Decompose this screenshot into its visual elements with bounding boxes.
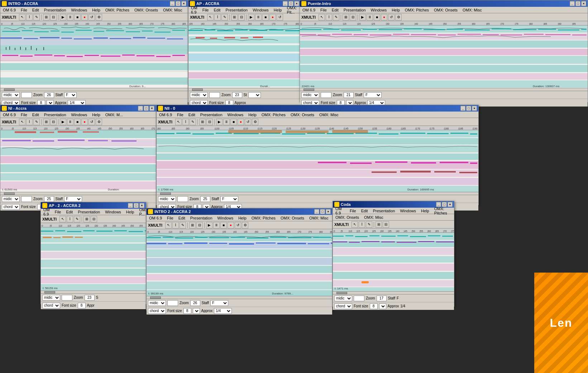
text-tool[interactable]: I [67, 216, 73, 222]
zoom-input[interactable] [190, 300, 200, 306]
record-btn[interactable]: ● [228, 222, 234, 228]
minimize-button[interactable]: _ [138, 106, 143, 111]
title-bar-intro2[interactable]: ♪ INTRO 2 - ACCRA 2 _ □ × [147, 208, 332, 215]
text-tool[interactable]: I [359, 221, 365, 228]
zoom-input[interactable] [200, 196, 210, 202]
mode-select[interactable]: midic [158, 196, 176, 202]
pause-btn[interactable]: ⏸ [67, 14, 73, 20]
menu-om[interactable]: OM 6.9 [158, 113, 173, 117]
value-input[interactable] [21, 196, 32, 202]
pencil-tool[interactable]: ✎ [74, 216, 80, 222]
pause-btn[interactable]: ⏸ [223, 119, 230, 125]
zoom-input[interactable] [377, 296, 387, 301]
play-btn[interactable]: ▶ [60, 119, 66, 125]
value-input[interactable] [167, 300, 178, 306]
fontsize-unit[interactable] [193, 308, 200, 314]
zoom-input[interactable] [85, 295, 95, 301]
cursor-tool[interactable]: ↖ [352, 221, 358, 228]
staff-select[interactable]: F [64, 92, 77, 98]
value-input[interactable] [354, 296, 364, 301]
mode-select[interactable]: midic [190, 92, 208, 98]
menu-omx-m[interactable]: OMX: M... [104, 113, 124, 117]
loop-btn[interactable]: ↺ [235, 222, 241, 228]
menu-presentation[interactable]: Presentation [43, 8, 67, 12]
menu-edit[interactable]: Edit [31, 8, 40, 12]
maximize-button[interactable]: □ [466, 106, 471, 111]
menu-windows[interactable]: Windows [226, 113, 245, 117]
menu-help[interactable]: Help [247, 113, 258, 117]
approx-select[interactable]: 1/4 [214, 308, 232, 314]
scrollbar-h[interactable] [0, 192, 156, 195]
zoom-input[interactable] [44, 92, 54, 98]
minimize-button[interactable]: _ [460, 106, 465, 111]
stop-btn[interactable]: ■ [230, 119, 237, 125]
menu-omx-onsets[interactable]: OMX: Onsets [433, 8, 459, 12]
stop-btn[interactable]: ■ [74, 14, 81, 20]
menu-omx-pitches[interactable]: OMX: Pitches [250, 216, 277, 220]
cursor-tool[interactable]: ↖ [19, 119, 25, 125]
fontsize-input[interactable] [370, 303, 378, 309]
menu-presentation[interactable]: Presentation [43, 113, 67, 117]
menu-edit[interactable]: Edit [212, 8, 221, 12]
loop-btn[interactable]: ↺ [89, 119, 95, 125]
grid-tool[interactable]: ⊞ [231, 14, 238, 20]
pause-btn[interactable]: ⏸ [255, 14, 262, 20]
menu-omx-misc[interactable]: OMX: Misc [308, 216, 330, 220]
title-bar-intro-accra[interactable]: ♪ INTRO - ACCRA _ □ × [0, 0, 188, 7]
menu-help[interactable]: Help [91, 8, 101, 12]
menu-presentation[interactable]: Presentation [224, 8, 249, 12]
title-bar-ap2[interactable]: ♪ AP - 2 - ACCRA 2 _ □ × [41, 202, 146, 209]
text-tool[interactable]: I [26, 119, 33, 125]
menu-help[interactable]: Help [273, 8, 283, 12]
mode2-select[interactable]: chord [42, 303, 60, 308]
mode2-select[interactable]: chord [334, 303, 352, 309]
menu-presentation[interactable]: Presentation [372, 209, 396, 213]
value-input[interactable] [321, 92, 331, 98]
menu-windows[interactable]: Windows [370, 8, 388, 12]
menu-omx-onsets[interactable]: OMX: Onsets [334, 215, 360, 219]
menu-omx-misc[interactable]: OMX: Misc [462, 8, 483, 12]
cursor-tool[interactable]: ↖ [319, 14, 325, 20]
pause-btn[interactable]: ⏸ [213, 222, 220, 228]
title-bar-ni[interactable]: ♪ NI - Accra _ □ × [0, 105, 156, 112]
menu-om[interactable]: OM 6.9 [334, 207, 346, 215]
scrollbar-h[interactable] [0, 88, 188, 91]
staff-select[interactable]: F [64, 196, 82, 202]
value-input[interactable] [177, 196, 188, 202]
scrollbar-h[interactable] [188, 88, 301, 91]
record-btn[interactable]: ● [381, 14, 387, 20]
value-input[interactable] [21, 92, 32, 98]
loop-btn[interactable]: ↺ [89, 14, 95, 20]
misc-btn[interactable]: ⚙ [96, 14, 102, 20]
play-btn[interactable]: ▶ [359, 14, 366, 20]
mode-select[interactable]: midic [2, 196, 20, 202]
grid-tool[interactable]: ⊞ [376, 221, 382, 228]
pause-btn[interactable]: ⏸ [67, 119, 73, 125]
text-tool[interactable]: I [182, 119, 189, 125]
scrollbar-thumb[interactable] [192, 89, 203, 91]
menu-omx-misc[interactable]: OMX: Misc [162, 8, 183, 12]
close-button[interactable]: × [149, 106, 154, 111]
menu-file[interactable]: File [319, 8, 328, 12]
menu-windows[interactable]: Windows [104, 210, 122, 214]
stop-btn[interactable]: ■ [74, 119, 81, 125]
grid-tool2[interactable]: ⊟ [196, 222, 203, 228]
menu-edit[interactable]: Edit [187, 113, 196, 117]
fontsize-input[interactable] [183, 308, 191, 314]
minimize-button[interactable]: _ [314, 209, 319, 214]
maximize-button[interactable]: □ [144, 106, 149, 111]
menu-om[interactable]: OM 6.9 [301, 8, 316, 12]
cursor-tool[interactable]: ↖ [175, 119, 182, 125]
grid-tool2[interactable]: ⊟ [50, 119, 57, 125]
stop-btn[interactable]: ■ [262, 14, 269, 20]
menu-presentation[interactable]: Presentation [199, 113, 224, 117]
cursor-tool[interactable]: ↖ [59, 216, 66, 222]
stop-btn[interactable]: ■ [374, 14, 380, 20]
grid-tool2[interactable]: ⊟ [50, 14, 57, 20]
menu-edit[interactable]: Edit [360, 209, 369, 213]
cursor-tool[interactable]: ↖ [19, 14, 25, 20]
menu-presentation[interactable]: Presentation [343, 8, 367, 12]
menu-windows[interactable]: Windows [399, 209, 417, 213]
menu-om[interactable]: OM 6.9 [148, 216, 163, 220]
fontsize-input[interactable] [78, 303, 86, 308]
